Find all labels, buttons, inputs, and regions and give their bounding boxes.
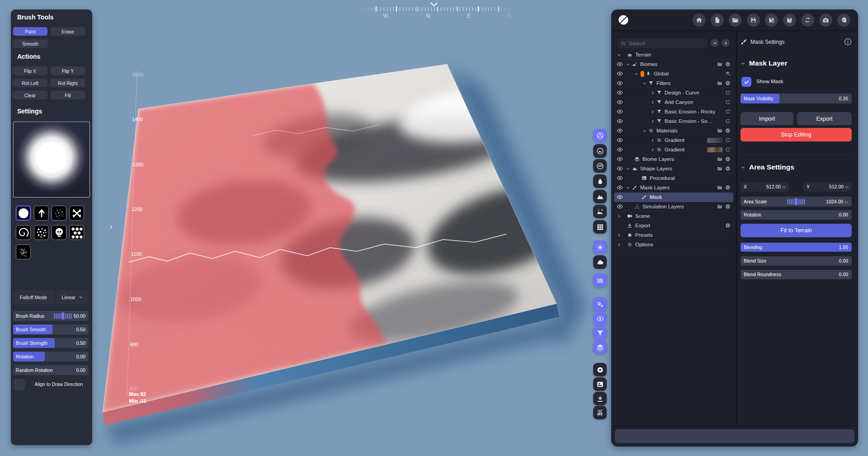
tool-cloud[interactable]: [593, 255, 607, 269]
tool-filter[interactable]: [593, 326, 607, 340]
eye-icon[interactable]: [617, 89, 623, 96]
layer-row-design-curve[interactable]: Design - Curve: [614, 88, 733, 98]
blend-size-slider[interactable]: Blend Size 0.00: [741, 256, 852, 266]
tool-stats[interactable]: [593, 406, 607, 419]
eye-icon[interactable]: [617, 80, 623, 86]
brush-shape-skull[interactable]: [52, 225, 66, 240]
eye-icon[interactable]: [617, 127, 623, 134]
layer-row-mask-selected[interactable]: Mask: [614, 193, 733, 202]
refresh-icon[interactable]: [725, 137, 731, 143]
layer-row-global[interactable]: Global: [614, 69, 733, 79]
folder-icon[interactable]: [717, 61, 722, 67]
paint-button[interactable]: Paint: [13, 27, 47, 36]
layer-row-biomes[interactable]: Biomes: [614, 60, 733, 69]
tool-ridge-sphere[interactable]: [593, 159, 607, 173]
save-as-button[interactable]: [765, 14, 778, 27]
layer-row-simulation-layers[interactable]: Simulation Layers: [614, 202, 733, 212]
chevron-down-icon[interactable]: [642, 81, 647, 86]
save-button[interactable]: [747, 14, 760, 27]
layer-row-options[interactable]: Options: [614, 240, 733, 249]
folder-icon[interactable]: [717, 80, 722, 86]
refresh-icon[interactable]: [725, 147, 731, 152]
area-y-field[interactable]: Y 512.00m: [803, 182, 852, 192]
eye-icon[interactable]: [617, 146, 623, 153]
blending-slider[interactable]: Blending 1.00: [741, 243, 852, 252]
import-button[interactable]: Import: [741, 112, 793, 125]
folder-icon[interactable]: [717, 166, 722, 171]
chevron-right-icon[interactable]: [650, 100, 655, 105]
chevron-down-icon[interactable]: [626, 166, 631, 171]
layer-row-procedural[interactable]: Procedural: [614, 174, 733, 183]
mask-visibility-slider[interactable]: Mask Visibility 0.35: [741, 94, 852, 103]
layer-row-gradient-1[interactable]: Gradient: [614, 136, 733, 145]
chevron-down-icon[interactable]: [626, 185, 631, 190]
chevron-down-icon[interactable]: [642, 128, 647, 133]
brush-shape-arrow-up[interactable]: [34, 206, 49, 221]
add-icon[interactable]: [725, 128, 731, 133]
fill-button[interactable]: Fill: [51, 91, 85, 99]
rot-left-button[interactable]: Rot Left: [13, 79, 47, 87]
refresh-icon[interactable]: [725, 90, 731, 95]
eye-icon[interactable]: [617, 118, 623, 124]
chevron-down-icon[interactable]: [617, 52, 622, 57]
layer-row-gradient-2[interactable]: Gradient: [614, 145, 733, 155]
gradient-swatch[interactable]: [707, 147, 722, 152]
chevron-down-icon[interactable]: [626, 62, 631, 67]
eye-icon[interactable]: [617, 165, 623, 172]
smooth-button[interactable]: Smooth: [13, 39, 48, 48]
layer-row-filters[interactable]: Filters: [614, 79, 733, 88]
tool-waves[interactable]: [593, 273, 607, 287]
layer-row-presets[interactable]: Presets: [614, 230, 733, 240]
home-button[interactable]: [693, 14, 706, 27]
expand-panel-button[interactable]: [722, 39, 730, 47]
layer-row-arid-canyon[interactable]: Arid Canyon: [614, 98, 733, 107]
tool-mountain[interactable]: [593, 190, 607, 203]
refresh-icon[interactable]: [725, 109, 731, 114]
layer-row-scene[interactable]: Scene: [614, 212, 733, 221]
eye-icon[interactable]: [617, 108, 623, 115]
add-layer-stack-icon[interactable]: [725, 71, 731, 76]
add-icon[interactable]: [725, 156, 731, 162]
tool-world[interactable]: [593, 129, 607, 142]
layer-row-basic-erosion-rocky[interactable]: Basic Erosion - Rocky: [614, 107, 733, 117]
brush-shape-circle[interactable]: [16, 206, 31, 221]
tool-image[interactable]: [593, 377, 607, 391]
folder-icon[interactable]: [717, 204, 722, 209]
chevron-right-icon[interactable]: [650, 119, 655, 124]
tool-water-drop[interactable]: [593, 174, 607, 188]
layer-row-terrain[interactable]: Terrain: [614, 50, 733, 60]
eye-icon[interactable]: [617, 184, 623, 191]
tool-visibility[interactable]: [593, 312, 607, 325]
brush-shape-crossbones[interactable]: [69, 206, 84, 221]
export-file-button[interactable]: [783, 14, 796, 27]
tool-layers[interactable]: [593, 340, 607, 354]
sync-button[interactable]: [801, 14, 814, 27]
eye-icon[interactable]: [617, 203, 623, 210]
chevron-right-icon[interactable]: [617, 214, 622, 219]
layer-row-biome-layers[interactable]: Biome Layers: [614, 155, 733, 164]
eye-icon[interactable]: [617, 137, 623, 143]
layer-row-export[interactable]: Export: [614, 221, 733, 230]
tool-download[interactable]: [593, 392, 607, 405]
folder-icon[interactable]: [717, 128, 722, 133]
brush-shape-dots[interactable]: [34, 225, 49, 240]
area-scale-slider[interactable]: Area Scale 1024.00m: [741, 197, 852, 207]
export-button[interactable]: Export: [797, 112, 852, 125]
tool-terrain-sphere[interactable]: [593, 144, 607, 158]
left-panel-collapse-handle[interactable]: ›: [110, 222, 113, 230]
info-icon[interactable]: [844, 38, 852, 46]
tool-sun[interactable]: [593, 240, 607, 254]
align-draw-direction-checkbox[interactable]: [13, 379, 25, 390]
tool-settings-gears[interactable]: [593, 297, 607, 311]
clear-button[interactable]: Clear: [13, 91, 47, 99]
stop-editing-button[interactable]: Stop Editing: [741, 128, 852, 141]
erase-button[interactable]: Erase: [51, 27, 85, 36]
chevron-right-icon[interactable]: [650, 147, 655, 152]
eye-icon[interactable]: [617, 194, 623, 200]
folder-icon[interactable]: [717, 156, 722, 162]
add-icon[interactable]: [725, 166, 731, 171]
area-x-field[interactable]: X 512.00m: [741, 182, 789, 192]
gradient-swatch[interactable]: [707, 138, 722, 143]
layer-row-materials[interactable]: Materials: [614, 126, 733, 136]
help-button[interactable]: [837, 14, 850, 27]
